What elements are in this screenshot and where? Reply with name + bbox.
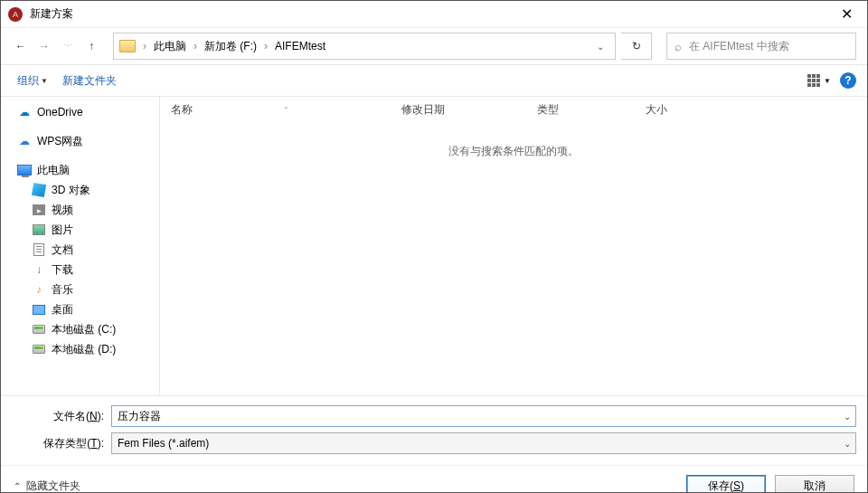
chevron-down-icon[interactable]: ⌄	[839, 439, 855, 449]
filename-label: 文件名(N):	[12, 409, 111, 424]
folder-icon	[119, 40, 136, 52]
chevron-down-icon: ▼	[41, 77, 48, 85]
sidebar-item-pictures[interactable]: 图片	[1, 220, 159, 240]
hide-folders-toggle[interactable]: ⌃ 隐藏文件夹	[14, 479, 80, 493]
sidebar-item-disk-c[interactable]: 本地磁盘 (C:)	[1, 319, 159, 339]
main-area: ☁OneDrive ☁WPS网盘 此电脑 3D 对象 视频 图片 文档 ↓下载 …	[1, 97, 867, 395]
chevron-right-icon[interactable]: ›	[192, 40, 199, 52]
cancel-button[interactable]: 取消	[775, 475, 854, 494]
organize-label: 组织	[17, 73, 39, 89]
up-button[interactable]: ↑	[82, 37, 100, 55]
address-dropdown[interactable]: ⌄	[591, 42, 609, 52]
footer: ⌃ 隐藏文件夹 保存(S) 取消	[1, 465, 867, 493]
view-grid-icon	[807, 74, 820, 87]
cloud-icon: ☁	[17, 105, 32, 119]
new-folder-label: 新建文件夹	[62, 73, 117, 89]
filetype-label: 保存类型(T):	[12, 436, 111, 451]
chevron-up-icon: ⌃	[14, 481, 21, 491]
search-placeholder: 在 AIFEMtest 中搜索	[689, 39, 789, 54]
new-folder-button[interactable]: 新建文件夹	[57, 70, 122, 92]
file-list-area: 名称⌃ 修改日期 类型 大小 没有与搜索条件匹配的项。	[160, 97, 867, 395]
search-input[interactable]: ⌕ 在 AIFEMtest 中搜索	[666, 33, 856, 60]
forward-button[interactable]: →	[35, 37, 53, 55]
breadcrumb-item[interactable]: 此电脑	[150, 37, 190, 56]
sidebar-item-disk-d[interactable]: 本地磁盘 (D:)	[1, 339, 159, 359]
recent-dropdown[interactable]: ﹀	[59, 37, 77, 55]
breadcrumb-item[interactable]: 新加卷 (F:)	[201, 37, 260, 56]
save-fields: 文件名(N): ⌄ 保存类型(T): ⌄	[1, 395, 867, 465]
chevron-right-icon[interactable]: ›	[141, 40, 148, 52]
sidebar-item-videos[interactable]: 视频	[1, 200, 159, 220]
refresh-button[interactable]: ↻	[621, 33, 652, 60]
title-bar: A 新建方案 ✕	[1, 1, 867, 28]
sidebar-item-downloads[interactable]: ↓下载	[1, 260, 159, 280]
filename-input[interactable]	[112, 410, 839, 422]
navigation-bar: ← → ﹀ ↑ › 此电脑 › 新加卷 (F:) › AIFEMtest ⌄ ↻…	[1, 28, 867, 64]
wps-icon: ☁	[17, 134, 32, 148]
sidebar-item-3d-objects[interactable]: 3D 对象	[1, 180, 159, 200]
view-options-button[interactable]: ▼	[807, 74, 831, 87]
music-icon: ♪	[32, 282, 46, 297]
chevron-right-icon[interactable]: ›	[262, 40, 269, 52]
column-date[interactable]: 修改日期	[391, 102, 526, 118]
close-button[interactable]: ✕	[834, 5, 860, 23]
doc-icon	[32, 242, 46, 257]
chevron-down-icon: ▼	[824, 77, 831, 85]
disk-icon	[32, 322, 46, 337]
pc-icon	[17, 163, 32, 177]
sort-indicator-icon: ⌃	[283, 106, 289, 114]
window-title: 新建方案	[30, 6, 834, 22]
address-bar[interactable]: › 此电脑 › 新加卷 (F:) › AIFEMtest ⌄	[113, 33, 616, 60]
column-type[interactable]: 类型	[526, 102, 635, 118]
sidebar-item-this-pc[interactable]: 此电脑	[1, 160, 159, 180]
filetype-combo[interactable]: ⌄	[111, 432, 856, 454]
breadcrumb-item[interactable]: AIFEMtest	[271, 38, 329, 54]
sidebar-item-desktop[interactable]: 桌面	[1, 299, 159, 319]
image-icon	[32, 223, 46, 237]
video-icon	[32, 203, 46, 217]
chevron-down-icon[interactable]: ⌄	[839, 412, 855, 422]
download-icon: ↓	[32, 262, 46, 277]
filename-combo[interactable]: ⌄	[111, 405, 856, 427]
search-icon: ⌕	[675, 40, 682, 53]
disk-icon	[32, 342, 46, 356]
toolbar: 组织 ▼ 新建文件夹 ▼ ?	[1, 64, 867, 97]
sidebar: ☁OneDrive ☁WPS网盘 此电脑 3D 对象 视频 图片 文档 ↓下载 …	[1, 97, 159, 395]
column-name[interactable]: 名称⌃	[160, 102, 391, 118]
sidebar-item-wps[interactable]: ☁WPS网盘	[1, 131, 159, 151]
back-button[interactable]: ←	[12, 37, 30, 55]
hide-folders-label: 隐藏文件夹	[26, 479, 80, 493]
sidebar-item-music[interactable]: ♪音乐	[1, 280, 159, 299]
app-icon: A	[8, 7, 23, 22]
save-button[interactable]: 保存(S)	[686, 475, 766, 494]
column-headers: 名称⌃ 修改日期 类型 大小	[160, 97, 867, 122]
desktop-icon	[32, 302, 46, 317]
column-size[interactable]: 大小	[635, 102, 707, 118]
3d-icon	[32, 183, 46, 197]
empty-state-text: 没有与搜索条件匹配的项。	[160, 122, 867, 181]
filetype-input[interactable]	[112, 437, 839, 450]
sidebar-item-onedrive[interactable]: ☁OneDrive	[1, 102, 159, 122]
organize-button[interactable]: 组织 ▼	[12, 70, 53, 92]
help-button[interactable]: ?	[840, 72, 856, 89]
sidebar-item-documents[interactable]: 文档	[1, 240, 159, 260]
